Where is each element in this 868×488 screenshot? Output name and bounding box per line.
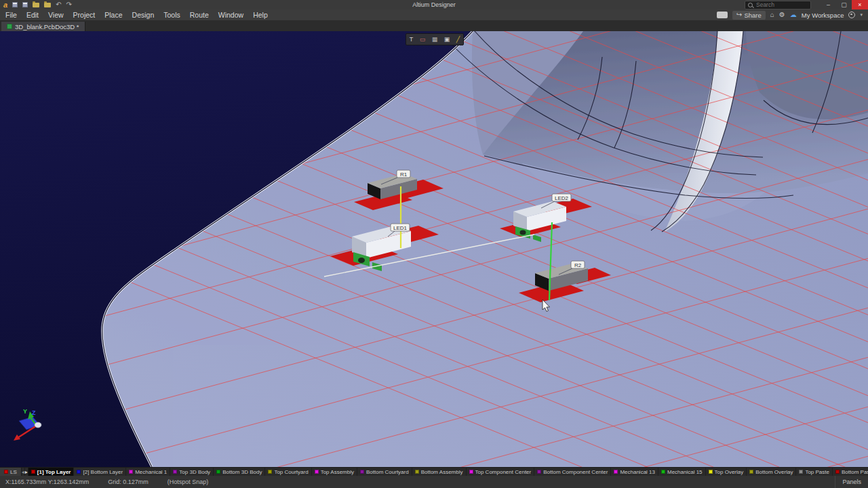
layer-tab-label: Top Component Center [475, 469, 532, 475]
document-tab-label: 3D_blank.PcbDoc3D * [15, 23, 79, 30]
layer-tab-label: Top 3D Body [179, 469, 210, 475]
document-tab[interactable]: 3D_blank.PcbDoc3D * [1, 22, 85, 31]
layer-tab[interactable]: Bottom 3D Body [214, 468, 265, 476]
chevron-down-icon[interactable]: ▾ [860, 12, 863, 18]
layer-color-swatch [749, 470, 753, 474]
layer-tab[interactable]: Top Component Center [467, 468, 535, 476]
layer-tab-label: Bottom 3D Body [222, 469, 262, 475]
measure-icon[interactable]: ╱ [456, 37, 460, 43]
layer-tab-label: Top Assembly [321, 469, 354, 475]
workspace-label[interactable]: My Workspace [802, 12, 844, 19]
search-box[interactable] [745, 1, 811, 9]
svg-text:R1: R1 [400, 171, 408, 178]
pcb-3d-scene[interactable]: R1 LED1 LED2 R2 Y Z [0, 31, 868, 467]
menu-edit[interactable]: Edit [22, 9, 43, 20]
layer-tab[interactable]: Bottom Assembly [412, 468, 467, 476]
layer-color-swatch [315, 470, 319, 474]
layer-tab[interactable]: Bottom Component Center [534, 468, 611, 476]
layer-tab[interactable]: Mechanical 13 [611, 468, 658, 476]
search-input[interactable] [755, 1, 805, 9]
layer-color-swatch [709, 470, 713, 474]
layer-color-swatch [537, 470, 541, 474]
menu-design[interactable]: Design [127, 9, 159, 20]
open-project-icon[interactable] [44, 3, 51, 7]
layer-tab[interactable]: Mechanical 15 [658, 468, 706, 476]
menu-place[interactable]: Place [100, 9, 127, 20]
grid-icon[interactable]: ▦ [432, 37, 438, 43]
layer-set-color-swatch [4, 470, 8, 474]
layer-tab[interactable]: Mechanical 1 [126, 468, 170, 476]
layer-tab-active[interactable]: [1] Top Layer [28, 468, 75, 476]
z-axis-label: Z [32, 409, 36, 416]
layer-tab-label: Mechanical 15 [667, 469, 703, 475]
layer-tab-label: Mechanical 1 [135, 469, 167, 475]
pcb-document-icon [7, 24, 12, 29]
cloud-icon: ☁ [790, 12, 797, 18]
share-button[interactable]: ↪ Share [732, 11, 766, 20]
layer-tab[interactable]: Top Overlay [706, 468, 747, 476]
minimize-button[interactable]: – [821, 0, 836, 9]
layer-tab-label: Bottom Assembly [421, 469, 463, 475]
layer-color-swatch [173, 470, 177, 474]
menu-route[interactable]: Route [185, 9, 214, 20]
user-avatar-icon[interactable] [848, 12, 855, 18]
menu-bar: File Edit View Project Place Design Tool… [0, 9, 868, 21]
y-axis-label: Y [23, 408, 27, 415]
layer-tab-label: Bottom Component Center [543, 469, 608, 475]
status-bar: X:1165.733mm Y:1263.142mm Grid: 0.127mm … [0, 476, 868, 488]
save-icon[interactable] [12, 2, 18, 7]
grid-setting: Grid: 0.127mm [108, 479, 149, 485]
layer-color-swatch [31, 470, 35, 474]
layer-tab[interactable]: Top Courtyard [265, 468, 311, 476]
layer-tab[interactable]: Bottom Paste [833, 468, 868, 476]
layer-set-button[interactable]: LS [0, 468, 22, 476]
layer-tab-label: Top Courtyard [274, 469, 308, 475]
layer-tab-label: Bottom Courtyard [366, 469, 409, 475]
altium-logo-icon: a [3, 1, 7, 8]
home-icon[interactable]: ⌂ [770, 12, 774, 18]
menu-view[interactable]: View [43, 9, 68, 20]
cursor-coordinates: X:1165.733mm Y:1263.142mm [5, 479, 89, 485]
undo-icon[interactable]: ↶ [56, 1, 61, 8]
layer-tab-label: Top Overlay [715, 469, 744, 475]
layer-tab[interactable]: [2] Bottom Layer [74, 468, 126, 476]
layer-tab[interactable]: Bottom Overlay [747, 468, 796, 476]
layer-tab-label: Mechanical 13 [620, 469, 655, 475]
menu-window[interactable]: Window [214, 9, 248, 20]
layers-icon[interactable]: ▣ [444, 37, 450, 43]
menu-file[interactable]: File [0, 9, 22, 20]
layer-color-swatch [129, 470, 133, 474]
layer-set-label: LS [10, 469, 17, 475]
maximize-button[interactable]: ▢ [836, 0, 852, 9]
gear-icon[interactable]: ⚙ [779, 12, 785, 18]
panels-button[interactable]: Panels [835, 476, 868, 488]
layer-tab-label: Bottom Paste [842, 469, 868, 475]
pcb-3d-viewport[interactable]: R1 LED1 LED2 R2 Y Z T ▭ ▦ ▣ ╱ [0, 31, 868, 467]
led-terminal-hole [520, 230, 526, 235]
svg-text:LED2: LED2 [555, 195, 569, 201]
redo-icon[interactable]: ↷ [66, 1, 72, 8]
share-arrow-icon: ↪ [736, 12, 742, 18]
svg-text:R2: R2 [574, 262, 582, 268]
quick-access-toolbar: a ↶ ↷ [0, 1, 72, 8]
layer-tab[interactable]: Bottom Courtyard [357, 468, 412, 476]
menu-help[interactable]: Help [248, 9, 273, 20]
svg-text:LED1: LED1 [393, 225, 408, 231]
menu-tools[interactable]: Tools [159, 9, 185, 20]
filter-icon[interactable]: T [410, 37, 414, 43]
layer-color-swatch [835, 470, 840, 474]
save-all-icon[interactable] [22, 2, 28, 7]
menu-project[interactable]: Project [68, 9, 100, 20]
layer-tab[interactable]: Top 3D Body [170, 468, 214, 476]
layer-tab[interactable]: Top Paste [796, 468, 833, 476]
axis-origin-sphere [35, 422, 41, 428]
share-label: Share [744, 12, 761, 19]
layer-tab[interactable]: Top Assembly [312, 468, 357, 476]
layer-color-swatch [469, 470, 473, 474]
select-icon[interactable]: ▭ [420, 37, 426, 43]
layer-tab-label: Top Paste [805, 469, 829, 475]
open-folder-icon[interactable] [33, 3, 39, 7]
comment-icon[interactable] [717, 12, 728, 18]
title-bar: a ↶ ↷ Altium Designer – ▢ × [0, 0, 868, 9]
close-button[interactable]: × [852, 0, 868, 9]
